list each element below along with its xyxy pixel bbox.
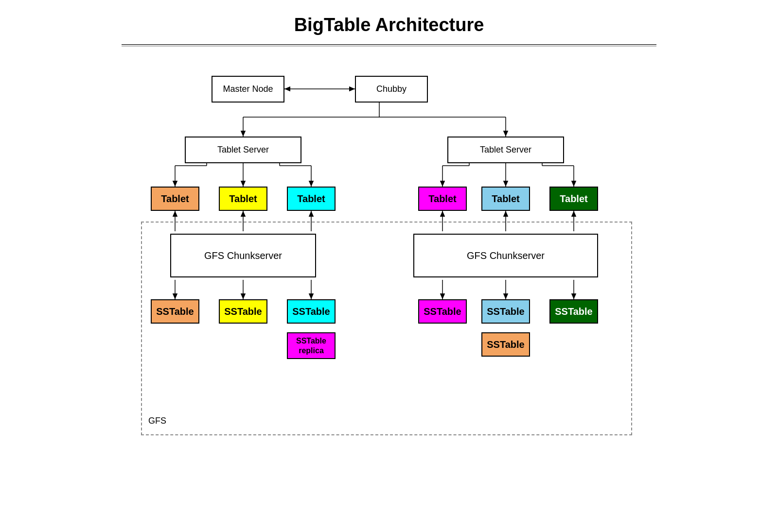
gfs-chunkserver-right: GFS Chunkserver bbox=[413, 234, 598, 277]
sstable-r3: SSTable bbox=[549, 299, 598, 324]
tablet-r3: Tablet bbox=[549, 187, 598, 211]
tablet-l1: Tablet bbox=[151, 187, 199, 211]
master-node-box: Master Node bbox=[212, 76, 284, 103]
tablet-r1: Tablet bbox=[418, 187, 467, 211]
tablet-server-right: Tablet Server bbox=[447, 137, 564, 163]
divider-top bbox=[122, 44, 656, 45]
sstable-r1: SSTable bbox=[418, 299, 467, 324]
diagram-area: GFS Master Node Chubby Tablet Server Tab… bbox=[122, 61, 656, 460]
sstable-l3: SSTable bbox=[287, 299, 336, 324]
page-title: BigTable Architecture bbox=[294, 15, 484, 35]
sstable-r4: SSTable bbox=[481, 332, 530, 357]
tablet-r2: Tablet bbox=[481, 187, 530, 211]
tablet-l3: Tablet bbox=[287, 187, 336, 211]
chubby-box: Chubby bbox=[355, 76, 428, 103]
tablet-server-left: Tablet Server bbox=[185, 137, 301, 163]
divider-bottom bbox=[122, 46, 656, 47]
sstable-r2: SSTable bbox=[481, 299, 530, 324]
gfs-chunkserver-left: GFS Chunkserver bbox=[170, 234, 316, 277]
sstable-l1: SSTable bbox=[151, 299, 199, 324]
sstable-l2: SSTable bbox=[219, 299, 267, 324]
tablet-l2: Tablet bbox=[219, 187, 267, 211]
gfs-label: GFS bbox=[148, 416, 166, 426]
sstable-l4: SSTablereplica bbox=[287, 332, 336, 359]
